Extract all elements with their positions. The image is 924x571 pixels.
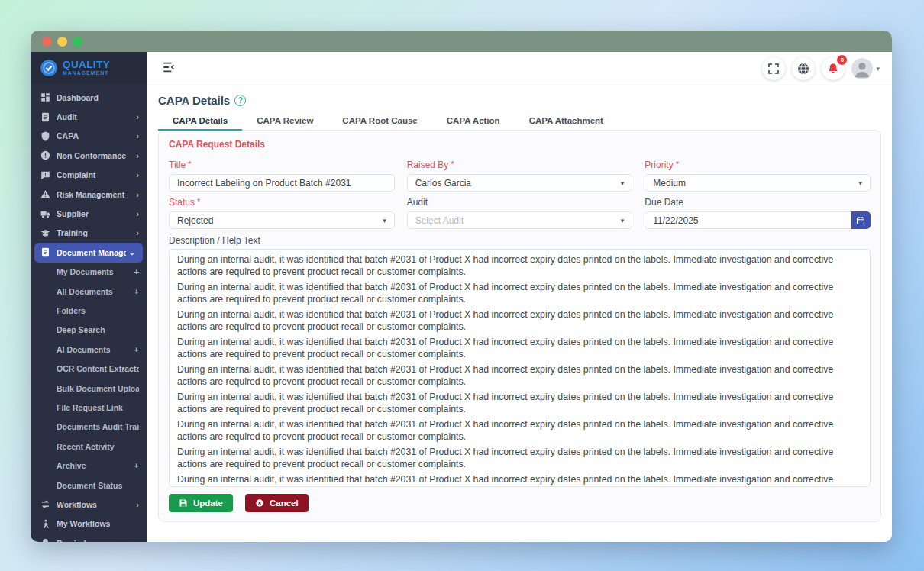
sidebar-item-risk-management[interactable]: Risk Management› xyxy=(31,185,147,204)
raised-by-select[interactable]: Carlos Garcia▾ xyxy=(407,174,633,192)
title-input[interactable]: Incorrect Labeling on Product Batch #203… xyxy=(169,174,395,192)
required-asterisk: * xyxy=(676,160,679,169)
dashboard-icon xyxy=(40,92,50,102)
minimize-button[interactable] xyxy=(57,37,67,47)
sidebar-item-complaint[interactable]: Complaint› xyxy=(31,166,147,185)
sidebar-item-ocr-content-extractor[interactable]: OCR Content Extractor xyxy=(31,359,147,378)
due-date-label: Due Date xyxy=(645,197,683,208)
save-icon xyxy=(179,498,188,508)
sidebar-item-training[interactable]: Training› xyxy=(31,224,147,243)
sidebar-item-label: OCR Content Extractor xyxy=(57,364,139,373)
chevron-right-icon: › xyxy=(136,151,139,160)
maximize-button[interactable] xyxy=(73,37,82,47)
sidebar-item-non-conformance[interactable]: Non Conformance› xyxy=(31,146,147,165)
sidebar-menu: DashboardAudit›CAPA›Non Conformance›Comp… xyxy=(31,84,147,542)
sidebar-item-document-management[interactable]: Document Management⌄ xyxy=(34,243,143,262)
fullscreen-button[interactable] xyxy=(762,57,785,80)
caret-down-icon: ▾ xyxy=(621,217,625,224)
tab-capa-details[interactable]: CAPA Details xyxy=(158,111,242,130)
sidebar-item-reminder[interactable]: Reminder xyxy=(31,534,147,542)
caret-down-icon: ▾ xyxy=(858,179,862,187)
sidebar-item-label: Dashboard xyxy=(57,93,139,102)
notifications-button[interactable]: 0 xyxy=(822,57,845,80)
help-icon[interactable]: ? xyxy=(234,95,246,106)
sidebar-item-recent-activity[interactable]: Recent Activity xyxy=(31,437,147,456)
sidebar-item-audit[interactable]: Audit› xyxy=(31,107,147,126)
fullscreen-icon xyxy=(767,63,780,75)
app-window: QUALITY MANAGEMENT DashboardAudit›CAPA›N… xyxy=(31,31,892,542)
sidebar-item-document-status[interactable]: Document Status xyxy=(31,476,147,495)
description-label: Description / Help Text xyxy=(169,235,871,246)
raised-by-label: Raised By xyxy=(407,160,449,170)
bell-icon xyxy=(827,63,839,75)
notification-badge: 0 xyxy=(837,55,847,65)
field-raised-by: Raised By* Carlos Garcia▾ xyxy=(407,160,633,192)
top-navbar: 0 ▾ xyxy=(147,52,892,85)
sidebar-item-label: My Workflows xyxy=(57,519,139,528)
warning-triangle-icon xyxy=(40,189,50,199)
sidebar-item-all-documents[interactable]: All Documents+ xyxy=(31,282,147,301)
main-content: CAPA Details ? CAPA DetailsCAPA ReviewCA… xyxy=(147,85,892,542)
user-menu-button[interactable]: ▾ xyxy=(851,58,880,79)
due-date-input[interactable]: 11/22/2025 xyxy=(645,211,851,229)
sidebar-item-label: Reminder xyxy=(57,539,139,542)
plus-icon: + xyxy=(134,345,139,354)
sidebar-item-ai-documents[interactable]: AI Documents+ xyxy=(31,340,147,359)
status-select[interactable]: Rejected▾ xyxy=(169,211,395,229)
tab-capa-review[interactable]: CAPA Review xyxy=(242,111,328,130)
tab-capa-action[interactable]: CAPA Action xyxy=(432,111,515,130)
audit-placeholder: Select Audit xyxy=(415,215,464,226)
sidebar-item-my-workflows[interactable]: My Workflows xyxy=(31,515,147,534)
person-icon xyxy=(40,519,50,529)
plus-icon: + xyxy=(134,287,139,296)
sidebar-item-label: All Documents xyxy=(57,287,131,296)
sidebar-item-workflows[interactable]: Workflows› xyxy=(31,495,147,514)
field-status: Status* Rejected▾ xyxy=(169,197,395,229)
message-icon xyxy=(40,170,50,180)
sidebar-item-folders[interactable]: Folders xyxy=(31,301,147,320)
update-button[interactable]: Update xyxy=(169,494,233,512)
description-paragraph: During an internal audit, it was identif… xyxy=(177,336,862,361)
sidebar-item-label: Recent Activity xyxy=(57,442,139,451)
sidebar-item-capa[interactable]: CAPA› xyxy=(31,127,147,146)
cancel-x-icon xyxy=(255,498,264,508)
field-due-date: Due Date 11/22/2025 xyxy=(645,197,871,229)
section-title: CAPA Request Details xyxy=(169,139,871,150)
title-label: Title xyxy=(169,160,186,170)
sidebar-item-supplier[interactable]: Supplier› xyxy=(31,204,147,223)
tab-capa-root-cause[interactable]: CAPA Root Cause xyxy=(328,111,431,130)
cancel-button[interactable]: Cancel xyxy=(245,494,309,512)
truck-icon xyxy=(40,209,50,219)
chevron-down-icon: ▾ xyxy=(876,65,880,73)
description-paragraph: During an internal audit, it was identif… xyxy=(177,473,862,488)
sidebar-item-dashboard[interactable]: Dashboard xyxy=(31,88,147,107)
sidebar-item-deep-search[interactable]: Deep Search xyxy=(31,321,147,340)
priority-select[interactable]: Medium▾ xyxy=(645,174,871,192)
chevron-right-icon: › xyxy=(136,228,139,237)
sidebar-item-documents-audit-trail[interactable]: Documents Audit Trail xyxy=(31,418,147,437)
chevron-down-icon: ⌄ xyxy=(129,248,135,256)
description-textarea[interactable]: During an internal audit, it was identif… xyxy=(169,249,871,487)
language-button[interactable] xyxy=(792,57,815,80)
graduation-cap-icon xyxy=(40,228,50,238)
quality-gear-icon xyxy=(40,59,58,77)
workflows-icon xyxy=(40,499,50,509)
close-button[interactable] xyxy=(42,37,52,47)
tab-capa-attachment[interactable]: CAPA Attachment xyxy=(515,111,618,130)
description-paragraph: During an internal audit, it was identif… xyxy=(177,253,862,279)
sidebar-item-file-request-link[interactable]: File Request Link xyxy=(31,398,147,417)
sidebar-item-label: My Documents xyxy=(57,267,131,276)
status-label: Status xyxy=(169,197,195,208)
sidebar-item-archive[interactable]: Archive+ xyxy=(31,456,147,475)
priority-label: Priority xyxy=(645,160,673,170)
sidebar-item-label: Bulk Document Upload xyxy=(57,384,139,393)
audit-select[interactable]: Select Audit▾ xyxy=(407,211,633,229)
sidebar-item-my-documents[interactable]: My Documents+ xyxy=(31,263,147,282)
sidebar-item-bulk-document-upload[interactable]: Bulk Document Upload xyxy=(31,379,147,398)
sidebar-collapse-icon[interactable] xyxy=(162,60,179,77)
chevron-right-icon: › xyxy=(136,500,139,509)
logo-line1: QUALITY xyxy=(63,60,110,70)
description-paragraph: During an internal audit, it was identif… xyxy=(177,281,862,306)
calendar-icon xyxy=(856,216,865,225)
date-picker-button[interactable] xyxy=(851,211,871,229)
